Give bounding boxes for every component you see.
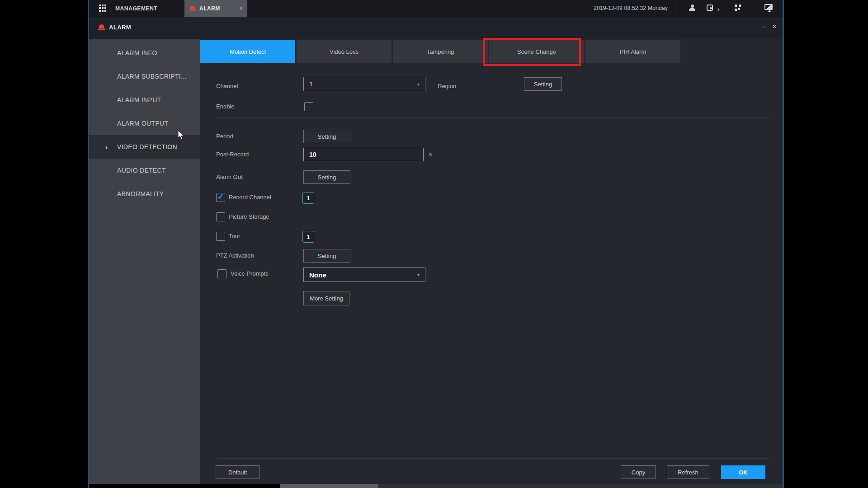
alarm-siren-icon xyxy=(189,6,196,11)
ptz-activation-setting-button[interactable]: Setting xyxy=(303,249,350,263)
channel-select[interactable]: 1 ▾ xyxy=(303,77,425,91)
sidebar-item-label: ALARM OUTPUT xyxy=(117,120,168,127)
sidebar: ALARM INFO ALARM SUBSCRIPTI... ALARM INP… xyxy=(89,39,200,488)
sidebar-item-alarm-input[interactable]: ALARM INPUT xyxy=(89,88,200,112)
logout-caret-icon[interactable]: ▾ xyxy=(717,7,720,12)
topbar-divider xyxy=(675,3,675,14)
voice-prompts-select[interactable]: None ▾ xyxy=(303,267,425,282)
channel-label: Channel xyxy=(216,82,238,90)
channel-select-value: 1 xyxy=(309,80,313,88)
sidebar-item-alarm-info[interactable]: ALARM INFO xyxy=(89,41,200,65)
tab-motion-detect[interactable]: Motion Detect xyxy=(200,40,295,63)
check-icon: ✓ xyxy=(217,192,224,202)
management-grid-icon xyxy=(99,5,101,6)
post-record-input[interactable]: 10 xyxy=(303,148,424,161)
tour-checkbox[interactable] xyxy=(216,232,225,241)
post-record-label: Post-Record xyxy=(216,150,249,159)
sidebar-item-label: ALARM SUBSCRIPTI... xyxy=(117,73,187,80)
topbar: MANAGEMENT ALARM × 2019-12-09 08:52:32 M… xyxy=(89,0,783,17)
sidebar-item-alarm-output[interactable]: ALARM OUTPUT xyxy=(89,112,200,135)
period-setting-button[interactable]: Setting xyxy=(303,130,350,143)
picture-storage-checkbox[interactable] xyxy=(216,212,225,221)
tab-video-loss[interactable]: Video Loss xyxy=(297,40,392,63)
tab-scene-change[interactable]: Scene Change xyxy=(489,40,584,63)
close-button[interactable]: × xyxy=(772,22,777,31)
qr-code-icon[interactable] xyxy=(735,5,741,11)
window-title: ALARM xyxy=(109,24,131,31)
topbar-tab-alarm-close-icon[interactable]: × xyxy=(239,5,243,11)
region-setting-button[interactable]: Setting xyxy=(524,77,562,91)
sidebar-item-abnormality[interactable]: ABNORMALITY xyxy=(89,182,200,206)
sidebar-item-video-detection[interactable]: › VIDEO DETECTION xyxy=(89,135,200,159)
topbar-tab-alarm-label: ALARM xyxy=(199,5,220,12)
bottom-strip-gray xyxy=(378,484,782,488)
region-label: Region xyxy=(438,82,456,90)
picture-storage-label: Picture Storage xyxy=(229,213,269,221)
tour-label: Tour xyxy=(229,232,240,240)
alarm-out-label: Alarm Out xyxy=(216,173,243,181)
more-setting-button[interactable]: More Setting xyxy=(303,291,349,305)
chevron-down-icon: ▾ xyxy=(417,82,420,87)
bottom-strip-dark xyxy=(89,484,280,488)
topbar-divider xyxy=(754,3,754,14)
refresh-button[interactable]: Refresh xyxy=(667,465,709,479)
tab-pir-alarm[interactable]: PIR Alarm xyxy=(585,40,680,63)
copy-button[interactable]: Copy xyxy=(621,465,656,479)
record-channel-label: Record Channel xyxy=(229,193,271,202)
user-icon[interactable] xyxy=(689,4,696,12)
tour-chip[interactable]: 1 xyxy=(302,231,314,243)
logout-icon[interactable] xyxy=(707,5,713,11)
voice-prompts-label: Voice Prompts xyxy=(231,270,269,278)
section-divider xyxy=(217,117,770,118)
voice-prompts-value: None xyxy=(309,271,326,279)
chevron-right-icon: › xyxy=(105,143,108,151)
alarm-out-setting-button[interactable]: Setting xyxy=(303,170,350,184)
app-screen: MANAGEMENT ALARM × 2019-12-09 08:52:32 M… xyxy=(88,0,784,488)
tab-tampering[interactable]: Tampering xyxy=(393,40,488,63)
topbar-tab-management[interactable]: MANAGEMENT xyxy=(115,5,157,12)
post-record-value: 10 xyxy=(309,151,316,158)
enable-checkbox[interactable] xyxy=(304,102,313,111)
footer-divider xyxy=(217,458,770,459)
sidebar-item-label: AUDIO DETECT xyxy=(117,167,166,174)
chevron-down-icon: ▾ xyxy=(417,272,420,277)
post-record-unit: s xyxy=(429,150,432,159)
datetime-text: 2019-12-09 08:52:32 Monday xyxy=(582,5,668,11)
voice-prompts-checkbox[interactable] xyxy=(217,269,226,278)
record-channel-chip[interactable]: 1 xyxy=(302,192,314,204)
sidebar-item-label: ALARM INPUT xyxy=(117,96,161,103)
enable-label: Enable xyxy=(216,103,234,111)
record-channel-checkbox[interactable]: ✓ xyxy=(216,193,225,202)
window-alarm-icon xyxy=(98,24,105,30)
ptz-activation-label: PTZ Activation xyxy=(216,252,254,260)
sidebar-item-label: VIDEO DETECTION xyxy=(117,143,177,150)
sidebar-item-label: ALARM INFO xyxy=(117,49,157,56)
bottom-strip-light xyxy=(280,484,378,488)
minimize-button[interactable]: – xyxy=(762,22,766,31)
sidebar-item-label: ABNORMALITY xyxy=(117,190,164,197)
topbar-tab-alarm[interactable]: ALARM × xyxy=(184,0,247,17)
period-label: Period xyxy=(216,132,233,141)
sidebar-item-alarm-subscription[interactable]: ALARM SUBSCRIPTI... xyxy=(89,65,200,88)
default-button[interactable]: Default xyxy=(216,465,259,479)
window-titlebar: ALARM – × xyxy=(89,17,783,39)
display-icon[interactable] xyxy=(764,4,773,10)
ok-button[interactable]: OK xyxy=(721,465,765,479)
sidebar-item-audio-detect[interactable]: AUDIO DETECT xyxy=(89,159,200,182)
